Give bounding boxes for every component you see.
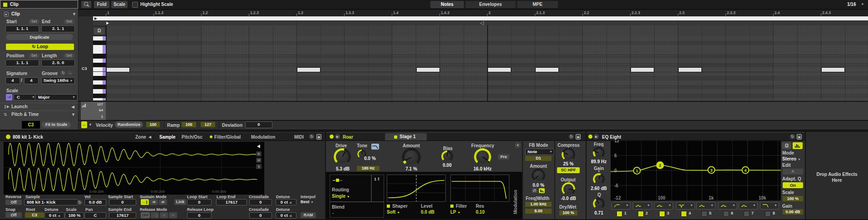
wave-side-button-m[interactable]: M: [256, 158, 261, 163]
pitch-time-collapse-icon[interactable]: ▼: [71, 112, 75, 117]
crossfade-field[interactable]: 0: [249, 199, 272, 205]
release-mode-loop-button[interactable]: ⇉: [160, 212, 168, 218]
tab-envelopes[interactable]: Envelopes: [465, 1, 516, 8]
fb-note-field[interactable]: D1: [525, 156, 552, 161]
filter-type-value[interactable]: LP ▼: [450, 210, 460, 215]
end-value-field[interactable]: 2. 1. 1: [41, 25, 75, 32]
groove-commit-icon[interactable]: ↻: [60, 70, 66, 76]
eq-hotswap-icon[interactable]: ↻: [790, 134, 795, 139]
loop-end-field[interactable]: 17617: [216, 199, 247, 205]
eq-band-toggle[interactable]: [681, 211, 687, 217]
wave-side-button-s[interactable]: S: [256, 164, 261, 169]
launch-section-title[interactable]: Launch: [11, 104, 28, 109]
length-value-field[interactable]: 2. 0. 0: [41, 60, 75, 66]
ram-button[interactable]: RAM: [301, 212, 316, 218]
eq-output-gain-field[interactable]: 0.00 dB: [783, 209, 803, 215]
sampler-tab-modulation[interactable]: Modulation: [251, 135, 275, 140]
bias-value[interactable]: 0.00: [441, 163, 453, 168]
zone-fold-icon[interactable]: ◀: [148, 135, 151, 139]
roar-fold-icon[interactable]: ▼: [515, 142, 521, 148]
release-mode-pingpong-button[interactable]: ⇄: [169, 212, 177, 218]
eq-gain-knob[interactable]: [593, 173, 605, 185]
root-field[interactable]: C3: [25, 212, 44, 218]
sampler-title[interactable]: 808 kit 1- Kick: [13, 135, 43, 140]
stage-count-box[interactable]: 1 ‖: [371, 175, 384, 202]
eq-freq-knob[interactable]: [593, 147, 605, 159]
lane-select-arrow-icon[interactable]: ▼: [89, 123, 92, 127]
eq-gain-value[interactable]: 2.60 dB: [589, 186, 608, 191]
sampler-tab-filter-global[interactable]: Filter/Global: [214, 135, 241, 140]
eq-q-knob[interactable]: [593, 198, 605, 210]
link-button[interactable]: Link: [174, 199, 186, 205]
eq-band-toggle[interactable]: [616, 211, 622, 217]
sampler-save-icon[interactable]: [316, 134, 321, 140]
eq-band-toggle[interactable]: [723, 211, 729, 217]
loop-button[interactable]: ↻ Loop: [6, 44, 74, 50]
roar-expand-icon[interactable]: ▶: [335, 134, 340, 139]
sampler-tab-pitch-osc[interactable]: Pitch/Osc: [182, 135, 202, 140]
blend-value[interactable]: -: [332, 210, 334, 215]
pre-button[interactable]: Pre: [498, 154, 509, 160]
detune3-field[interactable]: 0 ct ◀: [276, 212, 296, 219]
sample-hotswap-icon[interactable]: ↻: [77, 200, 82, 205]
shaper-graph[interactable]: [387, 175, 446, 202]
roar-title[interactable]: Roar: [343, 135, 353, 140]
grid-resolution-arrow-icon[interactable]: ▼: [861, 2, 864, 6]
amount-knob[interactable]: [402, 148, 421, 167]
start-set-button[interactable]: Set: [29, 19, 39, 24]
position-value-field[interactable]: 1. 1. 1: [5, 60, 39, 66]
sc-hpf-button[interactable]: SC HPF: [557, 167, 580, 173]
dry-wet-field[interactable]: 100 %: [559, 210, 577, 215]
sampler-hotswap-icon[interactable]: ↻: [309, 134, 314, 139]
length-set-button[interactable]: Set: [64, 53, 74, 58]
sampler-tab-midi[interactable]: MIDI: [294, 135, 304, 140]
ramp-end-field[interactable]: 127: [201, 122, 215, 127]
eq-band-filter-select[interactable]: ▼: [612, 202, 631, 210]
shaper-active-square[interactable]: [387, 205, 390, 208]
transpose-field[interactable]: C3: [22, 121, 40, 129]
stage-1-tab[interactable]: Stage 1: [385, 133, 427, 140]
pitch-time-section-title[interactable]: Pitch & Time: [11, 112, 39, 117]
eq-graph-panel[interactable]: 1260-6-121001k10k1234: [611, 140, 781, 201]
roar-header[interactable]: [326, 133, 586, 141]
eq-freq-value[interactable]: 89.9 Hz: [589, 159, 608, 164]
velocity-lane[interactable]: [93, 102, 868, 120]
eq-band-filter-select[interactable]: ▼: [633, 202, 652, 210]
sampler-tab-zone[interactable]: Zone: [135, 135, 146, 140]
frequency-knob[interactable]: [474, 148, 491, 165]
deviation-field[interactable]: 0: [245, 121, 272, 128]
fb-duck-button[interactable]: [539, 188, 545, 193]
randomize-amount-field[interactable]: 100: [146, 122, 160, 127]
eq-band-filter-select[interactable]: ▼: [760, 202, 779, 210]
eq-expand-icon[interactable]: ▶: [594, 134, 599, 139]
level-value[interactable]: 0.0 dB: [421, 210, 434, 215]
reverse-button[interactable]: Off: [5, 200, 22, 205]
groove-select[interactable]: Swing 16ths ▼: [41, 77, 75, 84]
tab-notes[interactable]: Notes: [430, 1, 464, 8]
drive-value[interactable]: 5.3 dB: [335, 166, 351, 171]
eq-title[interactable]: EQ Eight: [602, 135, 621, 140]
groove-apply-icon[interactable]: →: [67, 70, 73, 76]
bias-knob[interactable]: [441, 150, 453, 162]
amount-value[interactable]: 7.1 %: [402, 166, 421, 171]
pan-field[interactable]: C: [84, 212, 106, 219]
fb-phase-invert-button[interactable]: ∅: [532, 188, 538, 193]
output-value[interactable]: -0.0 dB: [560, 196, 577, 201]
preview-headphone-button[interactable]: Ω: [94, 27, 105, 35]
launch-collapse-icon[interactable]: ◀: [71, 105, 74, 109]
fold-button[interactable]: Fold: [94, 1, 109, 8]
signature-numerator-field[interactable]: 4: [5, 77, 20, 84]
eq-band-filter-select[interactable]: ▼: [696, 202, 715, 210]
vol-field[interactable]: 0.0 dB: [84, 199, 106, 205]
shaper-value[interactable]: Soft ▼: [387, 210, 400, 215]
eq-band-toggle[interactable]: [701, 211, 707, 217]
beat-time-ruler[interactable]: 11.1.31.21.2.31.31.3.31.41.4.322.1.32.22…: [0, 10, 868, 16]
signature-denominator-field[interactable]: 4: [24, 77, 39, 84]
sustain-mode-loop-button[interactable]: ⇉: [150, 199, 158, 205]
filter-active-square[interactable]: [450, 205, 454, 208]
position-set-button[interactable]: Set: [29, 53, 39, 58]
tone-freq-field[interactable]: 180 Hz: [357, 166, 380, 171]
end-set-button[interactable]: Set: [64, 19, 74, 24]
ramp-start-field[interactable]: 100: [182, 122, 196, 127]
tone-value[interactable]: 0.0 %: [364, 156, 376, 161]
